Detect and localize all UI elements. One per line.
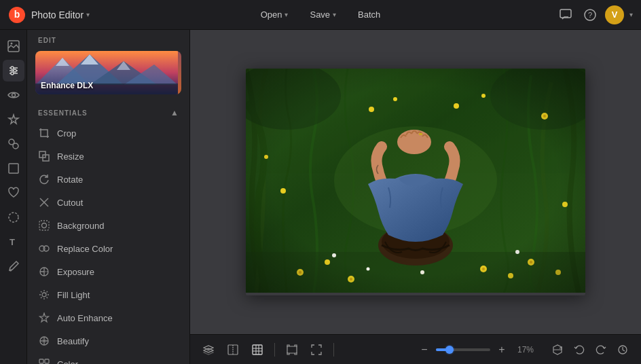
canvas-viewport[interactable] <box>190 30 641 334</box>
zoom-slider-thumb[interactable] <box>445 346 454 354</box>
tool-item-background[interactable]: Background <box>27 214 189 237</box>
layers-button[interactable] <box>198 340 219 360</box>
svg-rect-94 <box>287 346 297 353</box>
color-icon <box>38 358 50 364</box>
grid-button[interactable] <box>247 340 268 360</box>
enhance-card-label: Enhance DLX <box>41 81 93 90</box>
fill-light-icon <box>38 289 50 301</box>
brush-icon <box>7 260 20 272</box>
history-button[interactable] <box>612 340 633 360</box>
square-icon <box>7 162 20 175</box>
svg-text:?: ? <box>588 11 592 19</box>
svg-point-12 <box>11 72 14 75</box>
rail-star-icon[interactable] <box>3 109 24 130</box>
image-icon <box>7 40 20 52</box>
bottom-toolbar: − + 17% <box>190 334 641 364</box>
zoom-in-button[interactable]: + <box>493 341 511 359</box>
rail-effects-icon[interactable] <box>3 133 24 155</box>
background-icon <box>38 219 50 232</box>
svg-text:b: b <box>14 9 20 20</box>
zoom-controls: − + 17% <box>416 341 538 359</box>
toolbar-separator-1 <box>274 343 275 357</box>
flip-button[interactable] <box>547 340 568 360</box>
tool-item-rotate[interactable]: Rotate <box>27 168 189 191</box>
toolbar-separator-2 <box>333 343 334 357</box>
svg-text:T: T <box>10 237 15 247</box>
star-icon <box>7 113 20 126</box>
redo-icon <box>596 344 606 355</box>
svg-point-15 <box>13 143 18 149</box>
grid-icon <box>252 344 263 355</box>
app-title[interactable]: Photo Editor ▾ <box>31 10 90 20</box>
tool-item-color[interactable]: Color <box>27 352 189 364</box>
main-area: T EDIT <box>0 30 641 364</box>
avatar-chevron-icon[interactable]: ▾ <box>629 11 633 18</box>
svg-point-11 <box>14 69 16 72</box>
open-button[interactable]: Open ▾ <box>251 6 298 23</box>
shape-icon <box>7 211 20 223</box>
rail-eye-icon[interactable] <box>3 84 24 106</box>
svg-point-6 <box>10 43 12 45</box>
zoom-right-buttons <box>547 340 633 360</box>
rail-heart-icon[interactable] <box>3 182 24 204</box>
svg-point-31 <box>42 223 47 228</box>
svg-line-40 <box>41 291 42 293</box>
app-logo[interactable]: b <box>8 6 26 24</box>
essentials-collapse-button[interactable]: ▲ <box>170 108 179 117</box>
rail-image-icon[interactable] <box>3 35 24 57</box>
topbar-nav: Open ▾ Save ▾ Batch <box>251 6 390 23</box>
canvas-area: − + 17% <box>190 30 641 364</box>
tool-item-resize[interactable]: Resize <box>27 145 189 168</box>
fit-button[interactable] <box>282 340 302 360</box>
logo-icon: b <box>8 6 26 24</box>
heart-icon <box>7 187 20 199</box>
title-chevron-icon: ▾ <box>86 11 90 18</box>
compare-button[interactable] <box>223 340 243 360</box>
tool-item-cutout[interactable]: Cutout <box>27 191 189 214</box>
rail-shape-icon[interactable] <box>3 206 24 228</box>
undo-icon <box>574 344 585 355</box>
chat-icon-button[interactable] <box>556 5 575 24</box>
tool-list: Crop Resize <box>27 122 189 364</box>
save-button[interactable]: Save ▾ <box>300 6 346 23</box>
svg-point-35 <box>42 293 46 297</box>
sliders-icon <box>7 65 20 77</box>
avatar[interactable]: V <box>605 5 624 24</box>
beautify-icon <box>38 335 50 347</box>
resize-icon <box>38 150 50 162</box>
svg-line-43 <box>41 297 42 299</box>
topbar-right-actions: ? V ▾ <box>556 5 633 24</box>
fullscreen-button[interactable] <box>306 340 327 360</box>
rail-sliders-icon[interactable] <box>3 60 24 81</box>
zoom-out-button[interactable]: − <box>416 341 433 359</box>
rail-text-icon[interactable]: T <box>3 231 24 253</box>
zoom-slider[interactable] <box>436 348 490 351</box>
tool-item-replace-color[interactable]: Replace Color <box>27 237 189 260</box>
layers-icon <box>203 344 214 355</box>
tool-item-fill-light[interactable]: Fill Light <box>27 283 189 306</box>
icon-rail: T <box>0 30 27 364</box>
batch-button[interactable]: Batch <box>348 6 390 23</box>
redo-button[interactable] <box>591 340 611 360</box>
auto-enhance-icon <box>38 312 50 324</box>
photo-container <box>246 69 585 295</box>
tool-item-auto-enhance[interactable]: Auto Enhance <box>27 306 189 329</box>
chat-icon <box>560 9 572 21</box>
cutout-icon <box>38 196 50 208</box>
essentials-header: ESSENTIALS ▲ <box>27 103 189 122</box>
tool-item-crop[interactable]: Crop <box>27 122 189 145</box>
rail-brush-icon[interactable] <box>3 255 24 277</box>
svg-line-42 <box>47 291 48 293</box>
left-panel: EDIT <box>27 30 190 364</box>
crop-icon <box>38 127 50 139</box>
undo-button[interactable] <box>569 340 589 360</box>
rail-square-icon[interactable] <box>3 158 24 179</box>
fit-icon <box>287 344 297 355</box>
svg-point-17 <box>9 213 18 222</box>
zoom-level: 17% <box>513 345 538 354</box>
tool-item-exposure[interactable]: Exposure <box>27 260 189 283</box>
flip-icon <box>552 344 563 355</box>
tool-item-beautify[interactable]: Beautify <box>27 329 189 352</box>
help-icon-button[interactable]: ? <box>581 5 600 24</box>
enhance-card[interactable]: Enhance DLX <box>35 51 181 94</box>
